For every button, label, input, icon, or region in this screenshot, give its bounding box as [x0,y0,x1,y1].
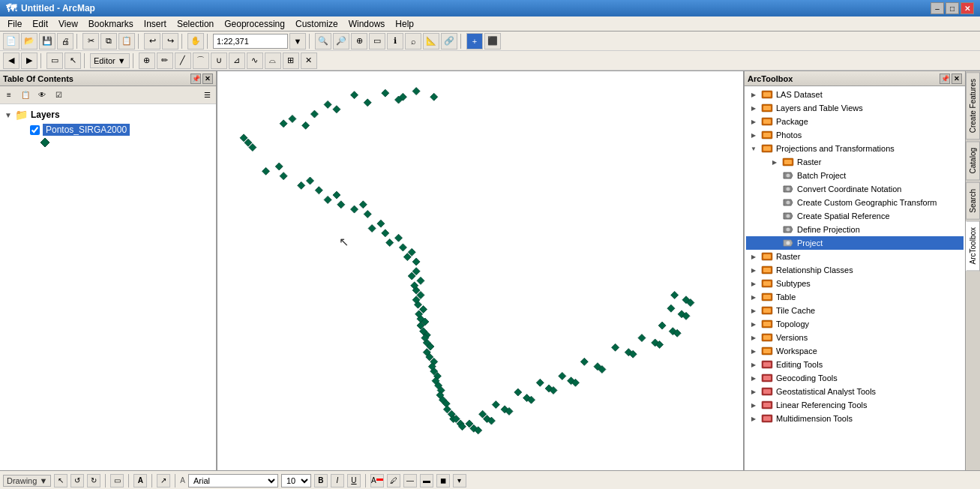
atb-item-package[interactable]: Package [746,115,964,128]
toc-layers-expand[interactable]: ▼ [4,111,12,119]
arctoolbox-pin-button[interactable]: 📌 [940,74,950,84]
atb-expand-linear-referencing[interactable] [749,400,758,410]
atb-expand-multidimension[interactable] [749,414,758,423]
sketch-tool[interactable]: ✏ [157,52,173,69]
bt-text-button[interactable]: A [133,474,147,488]
bt-rotate-right[interactable]: ↻ [87,474,100,488]
bt-dropdown-extra[interactable]: ▾ [453,474,466,488]
select-elements-button[interactable]: ↖ [64,52,81,69]
atb-item-versions[interactable]: Versions [746,331,964,344]
atb-expand-tile-cache[interactable] [749,306,758,315]
bt-fill-color[interactable]: ▬ [420,474,433,488]
atb-item-raster2[interactable]: Raster [746,250,964,263]
select-features-button[interactable]: ▭ [46,52,63,69]
bt-arrow-button[interactable]: ↖ [54,474,67,488]
toc-list-by-visibility[interactable]: 👁 [34,88,49,103]
atb-item-las-dataset[interactable]: LAS Dataset [746,88,964,101]
toc-pin-button[interactable]: 📌 [190,74,201,84]
atb-item-table[interactable]: Table [746,290,964,304]
identify-button[interactable]: ℹ [387,33,403,50]
atb-item-tile-cache[interactable]: Tile Cache [746,304,964,317]
find-button[interactable]: ⌕ [405,33,421,50]
bt-leader-button[interactable]: ↗ [157,474,170,488]
toc-options-button[interactable]: ☰ [199,88,214,103]
arrow-back-button[interactable]: ◀ [3,52,19,69]
atb-expand-topology[interactable] [749,320,758,328]
arctoolbox-header-controls[interactable]: 📌 ✕ [940,74,962,84]
right-tab-catalog[interactable]: Catalog [966,141,980,180]
atb-expand-versions[interactable] [749,333,758,342]
atb-expand-projections[interactable] [749,144,758,153]
bt-shadow-color[interactable]: ◼ [436,474,450,488]
right-tab-create-features[interactable]: Create Features [966,72,980,140]
atb-item-topology[interactable]: Topology [746,317,964,331]
atb-item-geocoding-tools[interactable]: Geocoding Tools [746,371,964,385]
atb-expand-workspace[interactable] [749,346,758,356]
atb-expand-relationship-classes[interactable] [749,266,758,274]
new-button[interactable]: 📄 [3,33,19,50]
bt-bold[interactable]: B [314,474,328,488]
copy-button[interactable]: ⧉ [100,33,117,50]
toc-list-by-selection[interactable]: ☑ [51,88,66,103]
zoom-in-button[interactable]: 🔍 [315,33,331,50]
toc-list-by-drawing-order[interactable]: ≡ [1,88,16,103]
atb-item-create-custom-geo[interactable]: Create Custom Geographic Transform [746,196,964,209]
arctoolbox-close-button[interactable]: ✕ [952,74,962,84]
menu-view[interactable]: View [54,17,82,31]
atb-item-raster-sub[interactable]: Raster [746,155,964,169]
hyperlink-button[interactable]: 🔗 [441,33,457,50]
delete-vertex[interactable]: ✕ [301,52,317,69]
atb-expand-editing-tools[interactable] [749,360,758,369]
bt-font-color[interactable]: A [370,474,384,488]
atb-item-linear-referencing[interactable]: Linear Referencing Tools [746,398,964,412]
atb-item-multidimension[interactable]: Multidimension Tools [746,412,964,425]
bt-fontsize-select[interactable]: 10 [281,474,311,488]
straight-segment[interactable]: ╱ [175,52,191,69]
right-tab-search[interactable]: Search [966,182,980,220]
scale-input[interactable] [213,34,288,49]
redo-button[interactable]: ↪ [162,33,178,50]
toc-layer-checkbox[interactable] [30,125,40,135]
bt-rotate-left[interactable]: ↺ [70,474,84,488]
menu-file[interactable]: File [3,17,26,31]
full-extent-button[interactable]: ⊕ [351,33,367,50]
curve-segment[interactable]: ⌒ [193,52,209,69]
toc-close-button[interactable]: ✕ [202,74,213,84]
atb-item-photos[interactable]: Photos [746,128,964,142]
maximize-button[interactable]: □ [946,2,959,14]
atb-item-layers-table-views[interactable]: Layers and Table Views [746,101,964,115]
atb-expand-subtypes[interactable] [749,279,758,288]
menu-help[interactable]: Help [391,17,418,31]
atb-item-geostatistical[interactable]: Geostatistical Analyst Tools [746,385,964,398]
atb-item-editing-tools[interactable]: Editing Tools [746,358,964,371]
atb-item-relationship-classes[interactable]: Relationship Classes [746,263,964,277]
right-tab-arctoolbox[interactable]: ArcToolbox [966,220,980,271]
toc-list-by-source[interactable]: 📋 [18,88,33,103]
pan-button[interactable]: ✋ [187,33,204,50]
menu-geoprocessing[interactable]: Geoprocessing [220,17,289,31]
atb-item-define-projection[interactable]: Define Projection [746,223,964,236]
trace-button[interactable]: ∿ [247,52,263,69]
atb-expand-photos[interactable] [749,130,758,140]
cut-button[interactable]: ✂ [82,33,99,50]
add-data-button[interactable]: + [466,33,483,50]
atb-expand-geostatistical[interactable] [749,387,758,396]
editor-dropdown[interactable]: Editor ▼ [90,53,130,68]
menu-insert[interactable]: Insert [139,17,171,31]
snapping-button[interactable]: ⊕ [139,52,155,69]
title-bar-controls[interactable]: – □ ✕ [931,2,974,14]
bt-line-color[interactable]: — [403,474,417,488]
atb-expand-layers-table-views[interactable] [749,104,758,112]
atb-item-projections[interactable]: Projections and Transformations [746,142,964,155]
open-button[interactable]: 📂 [21,33,37,50]
map-canvas[interactable]: ↖ [217,71,743,470]
atb-expand-geocoding-tools[interactable] [749,374,758,382]
atb-item-subtypes[interactable]: Subtypes [746,277,964,290]
close-button[interactable]: ✕ [961,2,974,14]
undo-button[interactable]: ↩ [144,33,160,50]
atb-expand-las-dataset[interactable] [749,90,758,99]
atb-item-project[interactable]: Project [746,236,964,250]
select-button[interactable]: ▭ [369,33,385,50]
toc-header-controls[interactable]: 📌 ✕ [190,74,213,84]
menu-selection[interactable]: Selection [172,17,218,31]
